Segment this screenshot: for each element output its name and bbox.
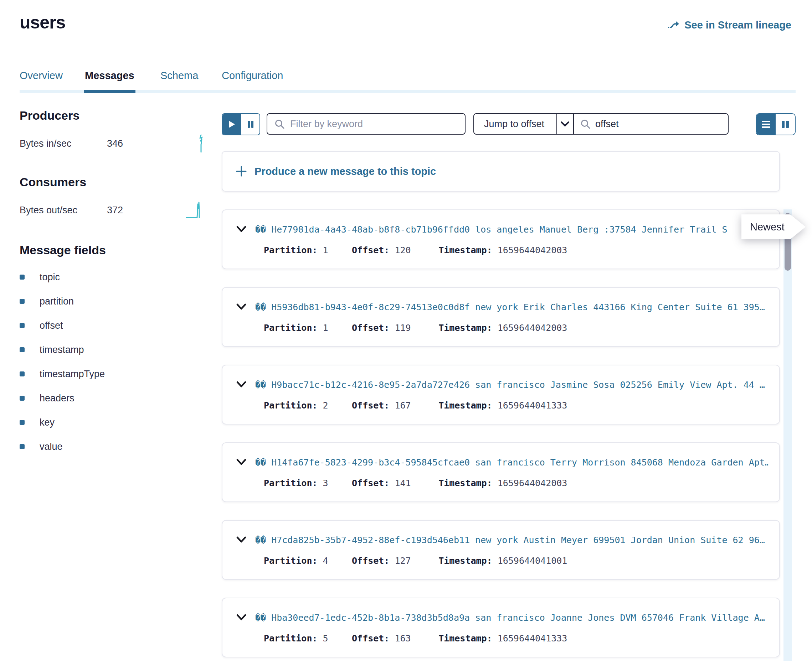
message-key[interactable]: �� He77981da-4a43-48ab-b8f8-cb71b96ffdd0… [255,224,769,235]
field-item-offset[interactable]: offset [19,313,205,338]
pause-icon [247,120,254,129]
tab-bar: Overview Messages Schema Configuration [19,70,796,93]
bytes-in-label: Bytes in/sec [19,138,107,149]
messages-toolbar: Jump to offset [222,113,796,136]
field-bullet-icon [19,444,25,449]
offset-search-field [574,114,728,134]
message-list: �� He77981da-4a43-48ab-b8f8-cb71b96ffdd0… [222,209,780,661]
column-view-button[interactable] [776,114,795,135]
field-item-key[interactable]: key [19,410,205,434]
offset-value: 127 [395,556,411,566]
scrollbar-track[interactable] [783,209,792,661]
stream-lineage-link[interactable]: See in Stream lineage [667,19,791,31]
play-icon [228,120,235,129]
topic-stats-sidebar: Producers Bytes in/sec 346 Consumers Byt… [19,109,205,459]
field-bullet-icon [19,275,25,279]
message-card: �� Hba30eed7-1edc-452b-8b1a-738d3b5d8a9a… [222,598,780,658]
partition-value: 5 [323,633,328,643]
expand-chevron-icon[interactable] [236,226,247,233]
bytes-out-metric: Bytes out/sec 372 [19,200,205,220]
partition-value: 2 [323,400,328,410]
field-bullet-icon [19,347,25,352]
jump-to-offset-group: Jump to offset [473,113,729,135]
partition-value: 1 [323,323,328,333]
expand-chevron-icon[interactable] [236,459,247,466]
timestamp-value: 1659644041333 [498,633,567,643]
tabs-underline [19,90,796,93]
message-meta: Partition: 1 Offset: 120 Timestamp: 1659… [236,245,769,255]
newest-tooltip-label: Newest [750,221,785,233]
bytes-in-value: 346 [107,138,123,149]
field-item-value[interactable]: value [19,434,205,459]
message-meta: Partition: 2 Offset: 167 Timestamp: 1659… [236,400,769,410]
partition-value: 3 [323,478,328,488]
field-item-partition[interactable]: partition [19,289,205,313]
timestamp-value: 1659644042003 [498,478,567,488]
chevron-down-icon [561,121,570,127]
play-pause-toggle [222,113,260,135]
timestamp-value: 1659644042003 [498,323,567,333]
message-meta: Partition: 4 Offset: 127 Timestamp: 1659… [236,556,769,566]
message-card: �� H9bacc71c-b12c-4216-8e95-2a7da727e426… [222,365,780,425]
tab-overview[interactable]: Overview [19,70,63,81]
play-button[interactable] [223,114,240,135]
message-fields-list: topic partition offset timestamp timesta… [19,265,205,459]
list-view-icon [761,120,770,129]
timestamp-value: 1659644041001 [498,556,567,566]
partition-value: 1 [323,245,328,255]
message-key[interactable]: �� H7cda825b-35b7-4952-88ef-c193d546eb11… [255,535,769,545]
bytes-out-label: Bytes out/sec [19,205,107,216]
field-item-headers[interactable]: headers [19,386,205,410]
pause-button[interactable] [240,114,259,135]
field-bullet-icon [19,420,25,425]
field-item-timestamp[interactable]: timestamp [19,338,205,362]
view-mode-toggle [756,113,796,135]
search-icon [274,119,285,129]
message-meta: Partition: 3 Offset: 141 Timestamp: 1659… [236,478,769,488]
field-item-timestampType[interactable]: timestampType [19,362,205,386]
search-icon [580,119,590,129]
timestamp-value: 1659644041333 [498,400,567,410]
message-key[interactable]: �� Hba30eed7-1edc-452b-8b1a-738d3b5d8a9a… [255,613,769,623]
expand-chevron-icon[interactable] [236,381,247,388]
column-view-icon [781,120,790,129]
bytes-out-value: 372 [107,205,123,216]
message-fields-heading: Message fields [19,243,205,257]
message-key[interactable]: �� H9bacc71c-b12c-4216-8e95-2a7da727e426… [255,380,769,390]
tab-active-indicator [84,90,135,93]
message-meta: Partition: 5 Offset: 163 Timestamp: 1659… [236,633,769,643]
message-card: �� H14fa67fe-5823-4299-b3c4-595845cfcae0… [222,442,780,502]
list-view-button[interactable] [756,114,776,135]
produce-message-button[interactable]: Produce a new message to this topic [222,151,780,192]
field-bullet-icon [19,323,25,328]
topic-page: users See in Stream lineage Overview Mes… [0,0,812,661]
message-card: �� He77981da-4a43-48ab-b8f8-cb71b96ffdd0… [222,209,780,269]
message-meta: Partition: 1 Offset: 119 Timestamp: 1659… [236,323,769,333]
tab-schema[interactable]: Schema [160,70,198,81]
field-bullet-icon [19,299,25,304]
tab-configuration[interactable]: Configuration [222,70,283,81]
offset-value: 119 [395,323,411,333]
offset-value: 167 [395,400,411,410]
message-key[interactable]: �� H14fa67fe-5823-4299-b3c4-595845cfcae0… [255,457,769,468]
keyword-filter-input[interactable] [290,118,458,129]
message-key[interactable]: �� H5936db81-b943-4e0f-8c29-74513e0c0d8f… [255,302,769,312]
bytes-in-metric: Bytes in/sec 346 [19,133,205,154]
producers-heading: Producers [19,109,205,123]
field-bullet-icon [19,372,25,377]
lineage-arrow-icon [667,20,680,30]
expand-chevron-icon[interactable] [236,536,247,543]
jump-mode-select[interactable]: Jump to offset [474,114,556,134]
tab-messages[interactable]: Messages [85,70,135,81]
field-item-topic[interactable]: topic [19,265,205,289]
plus-icon [236,166,247,177]
offset-search-input[interactable] [595,118,721,129]
offset-value: 141 [395,478,411,488]
jump-select-chevron[interactable] [556,114,574,134]
messages-panel: Jump to offset [222,113,796,136]
field-bullet-icon [19,396,25,401]
offset-value: 163 [395,633,411,643]
expand-chevron-icon[interactable] [236,614,247,621]
message-card: �� H7cda825b-35b7-4952-88ef-c193d546eb11… [222,520,780,580]
expand-chevron-icon[interactable] [236,303,247,311]
